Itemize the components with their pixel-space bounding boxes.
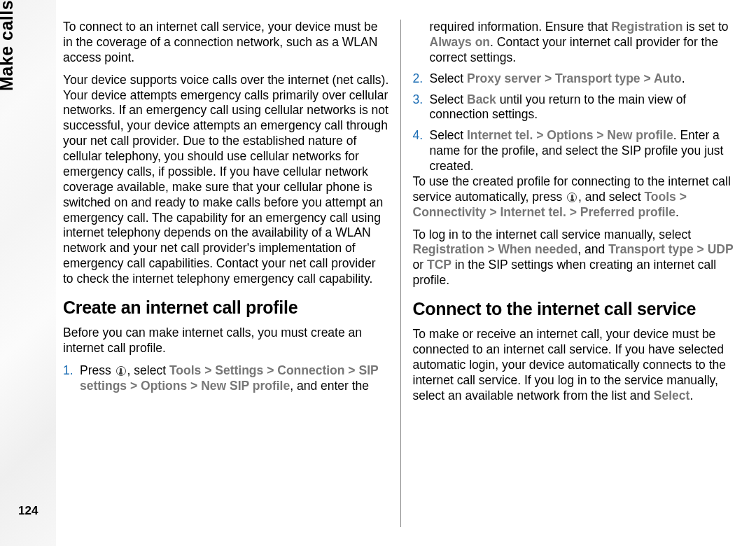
ui-connectivity: Connectivity — [413, 205, 486, 219]
step-number: 4. — [413, 128, 424, 144]
heading-connect-service: Connect to the internet call service — [413, 298, 739, 320]
ui-new-sip-profile: New SIP profile — [201, 379, 290, 393]
ui-when-needed: When needed — [498, 242, 578, 256]
auto-profile-paragraph: To use the created profile for connectin… — [413, 174, 739, 220]
step-2: 2. Select Proxy server > Transport type … — [413, 71, 739, 87]
ui-registration: Registration — [413, 242, 484, 256]
ui-internet-tel: Internet tel. — [467, 128, 533, 142]
ui-options: Options — [141, 379, 187, 393]
ui-always-on: Always on — [430, 35, 491, 49]
ui-new-profile: New profile — [607, 128, 673, 142]
chapter-tab: Make calls — [7, 0, 35, 140]
ui-proxy-server: Proxy server — [467, 71, 541, 85]
ui-tcp: TCP — [427, 258, 451, 272]
page-number: 124 — [18, 504, 38, 518]
ui-transport-type: Transport type — [555, 71, 640, 85]
ui-registration: Registration — [611, 20, 682, 34]
ui-tools: Tools — [644, 190, 676, 204]
page-body: To connect to an internet call service, … — [63, 20, 738, 527]
step-3: 3. Select Back until you return to the m… — [413, 92, 739, 123]
intro-paragraph-2: Your device supports voice calls over th… — [63, 73, 389, 287]
ui-internet-tel: Internet tel. — [500, 205, 566, 219]
home-key-icon — [116, 366, 126, 376]
step-number: 3. — [413, 92, 424, 108]
step-4: 4. Select Internet tel. > Options > New … — [413, 128, 739, 174]
connect-service-paragraph: To make or receive an internet call, you… — [413, 327, 739, 403]
ui-udp: UDP — [708, 242, 734, 256]
ui-connection: Connection — [277, 363, 344, 377]
step-number: 1. — [63, 363, 74, 379]
manual-login-paragraph: To log in to the internet call service m… — [413, 227, 739, 289]
intro-paragraph-1: To connect to an internet call service, … — [63, 20, 389, 66]
ui-auto: Auto — [654, 71, 682, 85]
ui-options: Options — [547, 128, 593, 142]
chapter-title: Make calls — [0, 63, 17, 91]
heading-create-profile: Create an internet call profile — [63, 297, 389, 318]
ui-settings: Settings — [215, 363, 263, 377]
ui-transport-type: Transport type — [608, 242, 694, 256]
ui-select: Select — [654, 388, 690, 402]
step-number: 2. — [413, 71, 424, 87]
home-key-icon — [567, 192, 577, 202]
ui-tools: Tools — [169, 363, 201, 377]
create-profile-lead: Before you can make internet calls, you … — [63, 326, 389, 356]
ui-preferred-profile: Preferred profile — [580, 205, 676, 219]
ui-back: Back — [467, 92, 496, 106]
